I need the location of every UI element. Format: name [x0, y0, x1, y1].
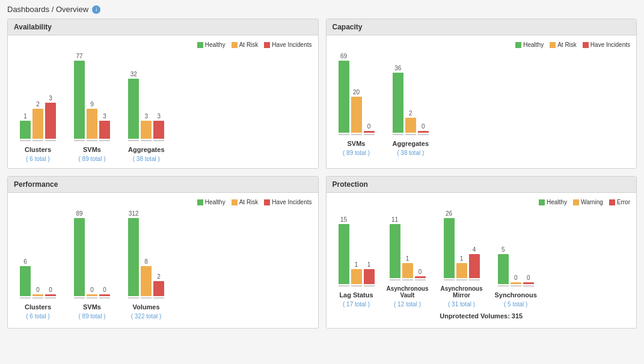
performance-charts: 6 0 0	[14, 210, 312, 320]
protection-content: Healthy Warning Error 15	[327, 193, 637, 328]
perf-volumes[interactable]: 312 8 2	[128, 210, 164, 320]
bar-yellow	[87, 109, 97, 139]
availability-svms[interactable]: 77 9 3	[74, 53, 110, 162]
bar-yellow	[32, 109, 43, 139]
performance-content: Healthy At Risk Have Incidents 6	[8, 193, 318, 326]
prot-async-vault[interactable]: 11 1 0	[387, 216, 429, 308]
perf-clusters[interactable]: 6 0 0	[20, 258, 56, 320]
healthy-dot	[515, 42, 521, 48]
availability-legend: Healthy At Risk Have Incidents	[14, 41, 312, 48]
availability-content: Healthy At Risk Have Incidents 1	[8, 35, 318, 168]
unprotected-volumes: Unprotected Volumes: 315	[333, 308, 631, 322]
availability-clusters-bars: 1 2 3	[20, 95, 56, 141]
breadcrumb: Dashboards / Overview	[7, 5, 88, 14]
availability-aggregates[interactable]: 32 3 3	[128, 71, 165, 162]
healthy-label: Healthy	[205, 41, 225, 48]
prot-synchronous[interactable]: 5 0 0	[495, 246, 537, 308]
bar-green	[74, 61, 85, 139]
bar-red	[45, 103, 56, 139]
page-header: Dashboards / Overview i	[0, 0, 644, 19]
bar-wrap-yellow: 2	[32, 101, 43, 141]
perf-svms[interactable]: 89 0 0	[74, 210, 110, 320]
prot-async-mirror[interactable]: 26 1 4	[441, 210, 483, 308]
capacity-title: Capacity	[327, 19, 637, 35]
dashboard-grid: Availability Healthy At Risk Have Incide…	[0, 19, 644, 336]
capacity-content: Healthy At Risk Have Incidents 69	[327, 35, 637, 162]
capacity-charts: 69 20 0	[333, 53, 631, 156]
have-incidents-dot	[583, 42, 589, 48]
healthy-dot	[197, 42, 203, 48]
bar-green	[128, 79, 139, 139]
capacity-svms[interactable]: 69 20 0	[339, 53, 375, 156]
bar-yellow	[141, 121, 152, 139]
bar-wrap-red: 3	[45, 95, 56, 141]
bar-red	[153, 121, 164, 139]
capacity-aggregates[interactable]: 36 2 0	[393, 65, 429, 156]
availability-title: Availability	[8, 19, 318, 35]
info-icon[interactable]: i	[92, 5, 100, 14]
performance-legend: Healthy At Risk Have Incidents	[14, 199, 312, 205]
availability-charts: 1 2 3	[14, 53, 312, 162]
bar-green	[20, 121, 31, 139]
protection-title: Protection	[327, 177, 637, 193]
capacity-panel: Capacity Healthy At Risk Have Incidents	[326, 19, 637, 169]
legend-at-risk: At Risk	[232, 41, 259, 48]
legend-have-incidents: Have Incidents	[264, 41, 311, 48]
availability-clusters[interactable]: 1 2 3	[20, 95, 56, 162]
bar-red	[99, 121, 110, 139]
at-risk-dot	[232, 42, 238, 48]
protection-panel: Protection Healthy Warning Error	[326, 176, 637, 329]
legend-healthy: Healthy	[197, 41, 225, 48]
availability-panel: Availability Healthy At Risk Have Incide…	[7, 19, 319, 169]
protection-legend: Healthy Warning Error	[333, 199, 631, 205]
bar-wrap-green: 1	[20, 113, 31, 141]
capacity-legend: Healthy At Risk Have Incidents	[333, 41, 631, 48]
protection-charts: 15 1 1	[333, 210, 631, 308]
have-incidents-dot	[264, 42, 270, 48]
have-incidents-label: Have Incidents	[272, 41, 311, 48]
performance-panel: Performance Healthy At Risk Have Inciden…	[7, 176, 319, 329]
prot-lag-status[interactable]: 15 1 1	[339, 216, 375, 308]
performance-title: Performance	[8, 177, 318, 193]
at-risk-dot	[550, 42, 556, 48]
at-risk-label: At Risk	[239, 41, 259, 48]
